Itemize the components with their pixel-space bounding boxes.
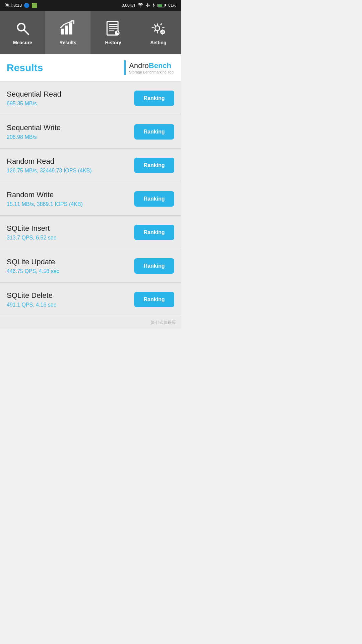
brand-logo: AndroBench Storage Benchmarking Tool — [124, 60, 174, 75]
tab-measure[interactable]: Measure — [0, 11, 45, 54]
bench-info-6: SQLite Delete 491.1 QPS, 4.16 sec — [7, 291, 134, 308]
bench-name-0: Sequential Read — [7, 90, 134, 99]
results-icon — [60, 20, 76, 37]
bench-info-5: SQLite Update 446.75 QPS, 4.58 sec — [7, 258, 134, 274]
bench-row-6: SQLite Delete 491.1 QPS, 4.16 sec Rankin… — [0, 283, 181, 316]
tab-setting[interactable]: Setting — [136, 11, 181, 54]
battery-percent: 61% — [168, 3, 176, 8]
status-right: 0.00K/s 61% — [122, 3, 176, 8]
ranking-button-6[interactable]: Ranking — [134, 292, 174, 307]
svg-rect-5 — [69, 22, 72, 35]
bench-value-3: 15.11 MB/s, 3869.1 IOPS (4KB) — [7, 201, 134, 207]
lightning-icon — [152, 3, 156, 8]
bench-name-5: SQLite Update — [7, 258, 134, 266]
brand-andro: Andro — [129, 61, 149, 70]
results-title: Results — [7, 62, 43, 73]
ranking-button-5[interactable]: Ranking — [134, 258, 174, 274]
bench-info-2: Random Read 126.75 MB/s, 32449.73 IOPS (… — [7, 157, 134, 174]
svg-point-16 — [162, 31, 163, 33]
tab-measure-label: Measure — [13, 40, 32, 45]
wifi-icon — [137, 3, 143, 8]
ranking-button-3[interactable]: Ranking — [134, 191, 174, 207]
bench-name-6: SQLite Delete — [7, 291, 134, 300]
brand-name: AndroBench — [129, 61, 174, 70]
bench-name-4: SQLite Insert — [7, 224, 134, 233]
tab-results[interactable]: Results — [45, 11, 90, 54]
measure-icon — [14, 20, 31, 37]
ranking-button-1[interactable]: Ranking — [134, 124, 174, 140]
battery-indicator — [158, 4, 166, 7]
bench-value-4: 313.7 QPS, 6.52 sec — [7, 235, 134, 241]
bench-value-5: 446.75 QPS, 4.58 sec — [7, 268, 134, 274]
bench-row-5: SQLite Update 446.75 QPS, 4.58 sec Ranki… — [0, 249, 181, 283]
bench-row-2: Random Read 126.75 MB/s, 32449.73 IOPS (… — [0, 149, 181, 182]
tab-history-label: History — [105, 40, 121, 45]
nav-tabs: Measure Results History — [0, 11, 181, 54]
history-icon — [105, 20, 122, 37]
svg-rect-4 — [65, 25, 68, 35]
status-bar: 晚上8:13 🔵 🟩 0.00K/s 61% — [0, 0, 181, 11]
bench-row-0: Sequential Read 695.35 MB/s Ranking — [0, 82, 181, 115]
status-left: 晚上8:13 🔵 🟩 — [5, 2, 37, 8]
bench-info-0: Sequential Read 695.35 MB/s — [7, 90, 134, 107]
brand-text: AndroBench Storage Benchmarking Tool — [129, 61, 174, 74]
bench-name-3: Random Write — [7, 191, 134, 199]
watermark-text: 值·什么值得买 — [150, 320, 176, 325]
network-speed: 0.00K/s — [122, 3, 135, 8]
bench-name-2: Random Read — [7, 157, 134, 166]
bench-value-6: 491.1 QPS, 4.16 sec — [7, 302, 134, 308]
brand-subtitle: Storage Benchmarking Tool — [129, 70, 174, 74]
svg-rect-3 — [61, 29, 64, 35]
bench-value-0: 695.35 MB/s — [7, 101, 134, 107]
svg-point-0 — [140, 6, 141, 7]
bench-value-2: 126.75 MB/s, 32449.73 IOPS (4KB) — [7, 168, 134, 174]
tab-history[interactable]: History — [90, 11, 136, 54]
tab-setting-label: Setting — [150, 40, 166, 45]
results-header: Results AndroBench Storage Benchmarking … — [0, 54, 181, 82]
ranking-button-0[interactable]: Ranking — [134, 91, 174, 106]
bench-info-3: Random Write 15.11 MB/s, 3869.1 IOPS (4K… — [7, 191, 134, 207]
footer-watermark: 值·什么值得买 — [0, 316, 181, 329]
bench-info-4: SQLite Insert 313.7 QPS, 6.52 sec — [7, 224, 134, 241]
bench-row-3: Random Write 15.11 MB/s, 3869.1 IOPS (4K… — [0, 182, 181, 216]
bench-name-1: Sequential Write — [7, 123, 134, 132]
bench-value-1: 206.98 MB/s — [7, 134, 134, 140]
airplane-icon — [145, 3, 150, 8]
tab-results-label: Results — [59, 40, 76, 45]
setting-icon — [150, 20, 167, 37]
bench-row-4: SQLite Insert 313.7 QPS, 6.52 sec Rankin… — [0, 216, 181, 249]
bench-row-1: Sequential Write 206.98 MB/s Ranking — [0, 115, 181, 149]
ranking-button-2[interactable]: Ranking — [134, 158, 174, 173]
time-display: 晚上8:13 — [5, 2, 22, 8]
ranking-button-4[interactable]: Ranking — [134, 225, 174, 240]
bench-info-1: Sequential Write 206.98 MB/s — [7, 123, 134, 140]
benchmark-list: Sequential Read 695.35 MB/s Ranking Sequ… — [0, 82, 181, 316]
brand-bench: Bench — [149, 61, 171, 70]
usb-icon: 🔵 — [24, 3, 29, 8]
svg-line-2 — [24, 30, 28, 35]
brand-bar-accent — [124, 60, 126, 75]
battery-saver-icon: 🟩 — [32, 3, 37, 8]
